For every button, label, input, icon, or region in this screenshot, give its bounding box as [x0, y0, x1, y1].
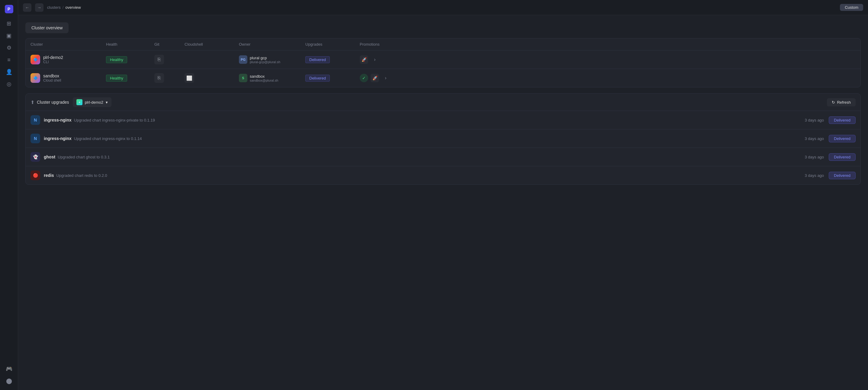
git-icon-1[interactable]: ⎘ — [154, 55, 164, 64]
logo-mark: P — [5, 5, 13, 13]
cluster-name-2: sandbox — [43, 74, 61, 78]
row-chevron-1[interactable]: › — [371, 55, 379, 64]
col-upgrades: Upgrades — [305, 42, 360, 47]
git-cell-1: ⎘ — [154, 55, 185, 64]
owner-cell-2: S sandbox sandbox@plural.sh — [239, 74, 305, 82]
git-cell-2: ⎘ — [154, 73, 185, 83]
promo-check-icon-2: ✓ — [360, 74, 368, 82]
table-row: 🔷 sandbox Cloud shell Healthy ⎘ ⬜ S — [26, 69, 861, 87]
upgrade-item-name-2: ghost — [44, 155, 55, 159]
col-git: Git — [154, 42, 185, 47]
row-chevron-2[interactable]: › — [381, 74, 390, 82]
upgrade-time-2: 3 days ago — [805, 155, 824, 159]
upgrade-cell-1: Delivered — [305, 56, 360, 63]
sidebar-icon-person[interactable]: 👤 — [4, 66, 14, 77]
tab-bar: Cluster overview — [25, 22, 861, 33]
upgrade-item-right-3: 3 days ago Delivered — [805, 172, 856, 179]
upgrades-header-left: ⬆ Cluster upgrades ✦ plrl-demo2 ▾ — [31, 98, 112, 107]
sidebar-icon-grid[interactable]: ⊞ — [4, 18, 14, 29]
upgrade-item-right-0: 3 days ago Delivered — [805, 116, 856, 124]
cluster-name-1: plrl-demo2 — [43, 55, 63, 60]
upgrade-time-0: 3 days ago — [805, 118, 824, 122]
sidebar-icon-compass[interactable]: ◎ — [4, 79, 14, 89]
upgrade-status-1: Delivered — [829, 135, 856, 142]
cluster-selector-name: plrl-demo2 — [85, 100, 103, 105]
upgrade-item-name-1: ingress-nginx — [44, 136, 71, 141]
upgrade-badge-1: Delivered — [305, 56, 330, 63]
cloudshell-btn-2[interactable]: ⬜ — [185, 73, 194, 83]
upgrade-cell-2: Delivered — [305, 75, 360, 82]
logo: P — [4, 4, 14, 15]
promo-icon-1[interactable]: 🚀 — [360, 55, 368, 64]
health-badge-1: Healthy — [106, 56, 127, 63]
main-content: ← → clusters / overview Custom Cluster o… — [18, 0, 868, 390]
cluster-table: Cluster Health Git Cloudshell Owner Upgr… — [25, 38, 861, 87]
sidebar-icon-discord[interactable]: 🎮 — [4, 363, 14, 374]
col-owner: Owner — [239, 42, 305, 47]
upgrade-item-icon-1: N — [31, 134, 40, 143]
upgrade-item-name-3: redis — [44, 173, 54, 178]
table-header: Cluster Health Git Cloudshell Owner Upgr… — [26, 38, 861, 51]
cluster-sub-2: Cloud shell — [43, 78, 61, 83]
owner-cell-1: PG plural gcp plural-gcp@plural.sh — [239, 55, 305, 64]
cluster-sub-1: CLI — [43, 60, 63, 64]
cluster-cell-2: 🔷 sandbox Cloud shell — [31, 73, 106, 83]
cluster-name-info-2: sandbox Cloud shell — [43, 74, 61, 83]
upgrade-item-desc-0: Upgraded chart ingress-nginx-private to … — [74, 118, 805, 122]
owner-avatar-2: S — [239, 74, 247, 82]
health-cell-1: Healthy — [106, 56, 154, 63]
owner-name-2: sandbox — [250, 74, 278, 79]
upgrade-item-name-0: ingress-nginx — [44, 118, 71, 122]
sidebar-icon-layers[interactable]: ▣ — [4, 30, 14, 41]
cluster-avatar-2: 🔷 — [31, 73, 40, 83]
sidebar-icon-list[interactable]: ≡ — [4, 54, 14, 65]
cluster-cell-1: 🔷 plrl-demo2 CLI — [31, 55, 106, 64]
upgrade-item-desc-3: Upgraded chart redis to 0.2.0 — [56, 173, 805, 178]
refresh-icon: ↻ — [832, 100, 835, 105]
upgrade-item: N ingress-nginx Upgraded chart ingress-n… — [26, 130, 861, 148]
upgrades-title: Cluster upgrades — [37, 100, 69, 105]
upgrade-item-desc-2: Upgraded chart ghost to 0.3.1 — [58, 155, 805, 159]
upgrade-item: 👻 ghost Upgraded chart ghost to 0.3.1 3 … — [26, 148, 861, 166]
back-button[interactable]: ← — [23, 3, 31, 12]
cluster-name-info-1: plrl-demo2 CLI — [43, 55, 63, 64]
promo-cell-1: 🚀 › — [360, 55, 856, 64]
upgrades-label: ⬆ Cluster upgrades — [31, 100, 69, 105]
health-badge-2: Healthy — [106, 75, 127, 82]
cluster-selector-icon: ✦ — [76, 99, 83, 105]
refresh-label: Refresh — [837, 100, 851, 105]
sidebar-bottom: 🎮 ⬤ — [4, 363, 14, 386]
breadcrumb-sep: / — [63, 5, 64, 10]
git-icon-2[interactable]: ⎘ — [154, 73, 164, 83]
upgrade-item-icon-0: N — [31, 115, 40, 125]
sidebar-icon-github[interactable]: ⬤ — [4, 375, 14, 386]
col-health: Health — [106, 42, 154, 47]
topbar: ← → clusters / overview Custom — [18, 0, 868, 15]
owner-info-2: sandbox sandbox@plural.sh — [250, 74, 278, 82]
upgrade-time-3: 3 days ago — [805, 173, 824, 178]
owner-name-1: plural gcp — [250, 56, 280, 60]
cloudshell-cell-2: ⬜ — [185, 73, 239, 83]
forward-button[interactable]: → — [35, 3, 43, 12]
owner-info-1: plural gcp plural-gcp@plural.sh — [250, 56, 280, 64]
table-row: 🔷 plrl-demo2 CLI Healthy ⎘ PG plural — [26, 51, 861, 69]
upgrades-icon: ⬆ — [31, 100, 34, 105]
upgrade-status-2: Delivered — [829, 153, 856, 161]
promo-icon-2[interactable]: 🚀 — [371, 74, 379, 82]
custom-button[interactable]: Custom — [840, 4, 863, 11]
breadcrumb-current: overview — [65, 5, 81, 10]
upgrade-item-right-2: 3 days ago Delivered — [805, 153, 856, 161]
col-cloudshell: Cloudshell — [185, 42, 239, 47]
upgrade-badge-2: Delivered — [305, 75, 330, 82]
upgrade-item-desc-1: Upgraded chart ingress-nginx to 0.1.14 — [74, 136, 805, 141]
sidebar-icon-users[interactable]: ⚙ — [4, 42, 14, 53]
tab-cluster-overview[interactable]: Cluster overview — [25, 22, 68, 33]
upgrade-item-right-1: 3 days ago Delivered — [805, 135, 856, 142]
refresh-button[interactable]: ↻ Refresh — [827, 98, 856, 106]
upgrade-item-icon-3: 🔴 — [31, 170, 40, 180]
promo-cell-2: ✓ 🚀 › — [360, 74, 856, 82]
col-promotions: Promotions — [360, 42, 856, 47]
breadcrumb-clusters[interactable]: clusters — [47, 5, 61, 10]
cluster-selector[interactable]: ✦ plrl-demo2 ▾ — [73, 98, 112, 107]
upgrade-status-3: Delivered — [829, 172, 856, 179]
